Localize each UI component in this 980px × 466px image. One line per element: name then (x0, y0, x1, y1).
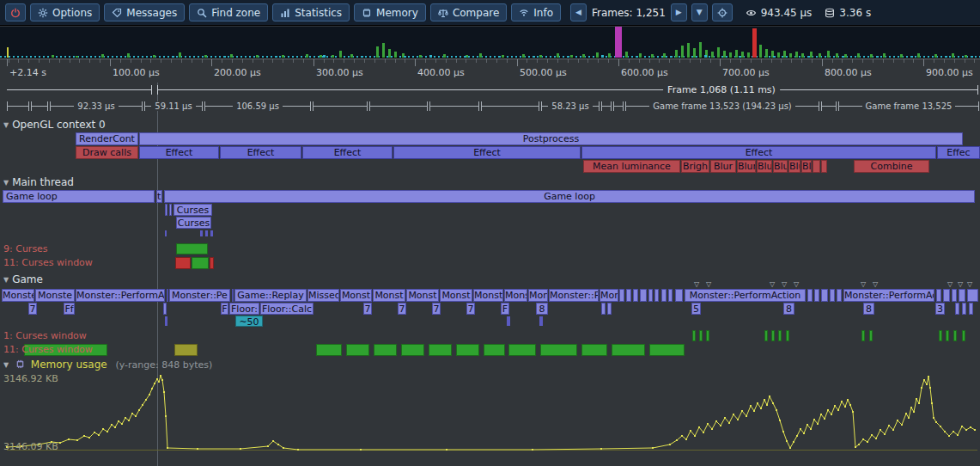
histogram-bar[interactable] (739, 56, 741, 58)
histogram-bar[interactable] (382, 43, 385, 58)
histogram-bar[interactable] (747, 52, 750, 58)
zone-bar[interactable]: Monst (340, 289, 372, 302)
zone-bar[interactable]: Game loop (3, 190, 155, 203)
histogram-bar[interactable] (443, 54, 446, 58)
histogram-bar[interactable] (153, 55, 155, 58)
subframe-span[interactable]: Game frame 13,525 (838, 101, 979, 111)
zone-bar[interactable]: Curses (173, 204, 212, 216)
info-button[interactable]: Info (511, 3, 561, 21)
collapsed-zones-icon[interactable]: ▽ (947, 280, 953, 288)
zone-bar[interactable]: Mons (600, 289, 618, 302)
histogram-bar[interactable] (883, 53, 886, 58)
histogram-bar[interactable] (522, 54, 525, 58)
lock-bar[interactable] (192, 257, 209, 269)
lock-bar[interactable] (176, 243, 208, 254)
histogram-bar[interactable] (765, 49, 768, 58)
zone-bar[interactable]: Monst (373, 289, 405, 302)
histogram-bar[interactable] (952, 53, 954, 58)
lock-bar[interactable] (764, 330, 768, 341)
zone-bar[interactable] (169, 204, 172, 216)
zone-bar[interactable]: F (221, 303, 228, 315)
histogram-bar[interactable] (502, 55, 504, 58)
lock-bar[interactable] (484, 344, 505, 356)
histogram-bar[interactable] (596, 52, 599, 58)
zone-bar[interactable]: Postprocess (139, 132, 963, 145)
zone-bar[interactable] (167, 289, 168, 302)
zone-bar[interactable]: Effec (937, 146, 980, 159)
collapsed-zones-icon[interactable]: ▽ (706, 280, 711, 288)
zone-bar[interactable] (830, 289, 835, 302)
zone-bar[interactable]: Effect (581, 146, 936, 159)
lock-bar[interactable] (786, 330, 789, 341)
zone-bar[interactable] (626, 289, 631, 302)
histogram-bar[interactable] (76, 56, 78, 58)
memory-button[interactable]: Memory (354, 3, 426, 21)
zone-bar[interactable]: Monst (406, 289, 439, 302)
frame-header-row[interactable]: Frame 1,068 (1.11 ms) (0, 83, 980, 98)
zone-bar[interactable]: Mean luminance (583, 160, 680, 173)
zone-bar[interactable] (969, 303, 973, 315)
statistics-button[interactable]: Statistics (272, 3, 350, 21)
histogram-bar[interactable] (971, 56, 973, 58)
histogram-bar[interactable] (681, 46, 684, 58)
lock-bar[interactable] (429, 344, 452, 356)
zone-bar[interactable]: Effect (393, 146, 581, 159)
collapsed-zones-icon[interactable]: ▽ (958, 280, 963, 288)
lock-bar[interactable] (953, 330, 957, 341)
zone-bar[interactable] (814, 289, 819, 302)
subframe-span[interactable] (313, 101, 368, 111)
histogram-bar[interactable] (533, 56, 535, 58)
lock-bar[interactable] (175, 257, 191, 269)
histogram-bar[interactable] (729, 52, 732, 58)
zone-bar[interactable] (807, 289, 813, 302)
lock-bar[interactable] (946, 330, 949, 341)
section-header-opengl[interactable]: ▼OpenGL context 0 (3, 119, 106, 131)
zone-bar[interactable]: Effect (139, 146, 219, 159)
histogram-bar[interactable] (934, 54, 937, 58)
zone-bar[interactable]: RenderCont (76, 132, 138, 145)
zone-bar[interactable]: 7 (363, 303, 372, 315)
zone-bar[interactable]: Game::Replay (234, 289, 307, 302)
histogram-bar[interactable] (223, 56, 226, 58)
lock-bar[interactable] (939, 330, 942, 341)
histogram-bar[interactable] (376, 46, 379, 58)
zone-bar[interactable]: ti (156, 190, 162, 203)
histogram-bar[interactable] (663, 53, 666, 58)
histogram-bar[interactable] (429, 55, 432, 58)
histogram-bar[interactable] (910, 56, 913, 58)
lock-bar[interactable] (869, 330, 873, 341)
histogram-bar[interactable] (608, 53, 611, 58)
histogram-bar[interactable] (759, 45, 762, 58)
histogram-bar[interactable] (917, 53, 920, 58)
subframe-span[interactable]: Game frame 13,523 (194.23 µs) (625, 101, 819, 111)
zone-bar[interactable] (165, 204, 167, 216)
zone-bar[interactable] (661, 289, 667, 302)
histogram-bar[interactable] (539, 55, 542, 58)
zone-bar[interactable]: Monste (504, 289, 527, 302)
subframe-span[interactable] (601, 101, 612, 111)
lock-bar[interactable] (649, 344, 685, 356)
histogram-bar[interactable] (801, 53, 804, 58)
subframe-span[interactable] (369, 101, 428, 111)
collapsed-zones-icon[interactable]: ▽ (861, 280, 866, 288)
zone-bar[interactable] (654, 289, 659, 302)
histogram-bar[interactable] (704, 55, 707, 58)
histogram-bar[interactable] (639, 53, 642, 58)
lock-bar[interactable] (374, 344, 397, 356)
histogram-bar[interactable] (836, 53, 838, 58)
subframe-span[interactable]: 92.33 µs (50, 101, 143, 111)
zone-bar[interactable] (962, 303, 966, 315)
zone-bar[interactable]: Draw calls (76, 146, 138, 159)
zone-bar[interactable]: 7 (398, 303, 406, 315)
zone-bar[interactable]: Monste (35, 289, 75, 302)
subframe-span[interactable] (429, 101, 479, 111)
subframe-span[interactable] (613, 101, 624, 111)
histogram-bar[interactable] (615, 27, 622, 58)
histogram-bar[interactable] (876, 56, 879, 58)
histogram-bar[interactable] (567, 56, 569, 58)
zone-bar[interactable] (675, 289, 683, 302)
zone-bar[interactable]: Monster::PerformActi (843, 289, 934, 302)
zone-bar[interactable]: 7 (432, 303, 441, 315)
histogram-bar[interactable] (394, 52, 397, 58)
zone-bar[interactable]: Mons (528, 289, 548, 302)
